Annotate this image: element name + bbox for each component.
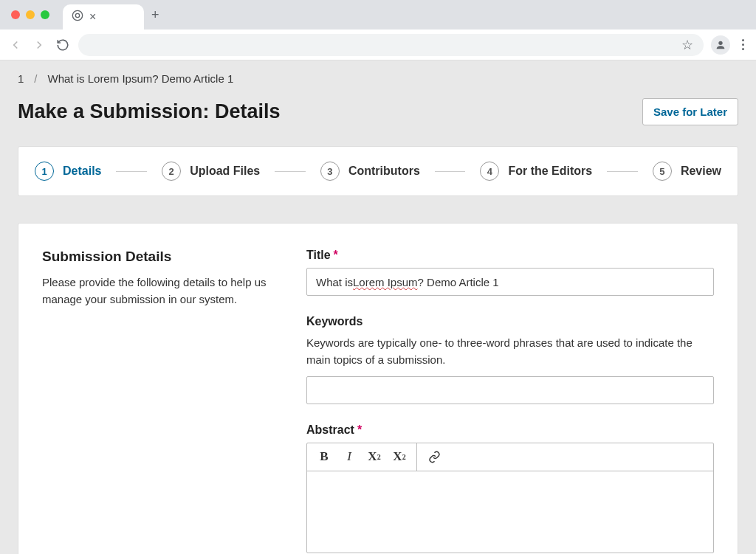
new-tab-button[interactable]: + xyxy=(151,7,159,23)
step-upload-files[interactable]: 2 Upload Files xyxy=(162,162,260,181)
keywords-help: Keywords are typically one- to three-wor… xyxy=(306,334,714,369)
toolbar-divider xyxy=(416,443,417,471)
step-connector xyxy=(116,171,147,172)
save-for-later-button[interactable]: Save for Later xyxy=(642,98,738,125)
bookmark-star-icon[interactable]: ☆ xyxy=(681,37,693,53)
svg-point-0 xyxy=(72,10,82,20)
rte-toolbar: B I X2 X2 xyxy=(307,443,713,471)
italic-button[interactable]: I xyxy=(337,446,362,468)
breadcrumb-step[interactable]: 1 xyxy=(18,72,24,85)
browser-menu-icon[interactable] xyxy=(738,39,749,50)
forward-icon[interactable] xyxy=(31,37,47,53)
breadcrumb: 1 / What is Lorem Ipsum? Demo Article 1 xyxy=(18,68,738,98)
svg-point-2 xyxy=(718,41,722,44)
step-contributors[interactable]: 3 Contributors xyxy=(320,162,420,181)
profile-avatar[interactable] xyxy=(711,35,730,55)
step-connector xyxy=(607,171,638,172)
abstract-textarea[interactable] xyxy=(307,471,713,553)
page-title: Make a Submission: Details xyxy=(18,100,281,123)
address-bar[interactable]: ☆ xyxy=(78,34,704,56)
required-asterisk: * xyxy=(334,249,338,261)
browser-tab-strip: × + xyxy=(0,0,756,30)
window-controls xyxy=(0,10,49,19)
page-body: 1 / What is Lorem Ipsum? Demo Article 1 … xyxy=(0,60,756,554)
back-icon[interactable] xyxy=(7,37,24,53)
abstract-label: Abstract* xyxy=(306,423,714,437)
subscript-button[interactable]: X2 xyxy=(387,446,412,468)
browser-tab[interactable]: × xyxy=(63,4,144,30)
window-close[interactable] xyxy=(11,10,20,19)
tab-close-icon[interactable]: × xyxy=(89,10,96,24)
required-asterisk: * xyxy=(357,423,362,436)
link-button[interactable] xyxy=(422,446,447,468)
keywords-label: Keywords xyxy=(306,315,714,328)
step-details[interactable]: 1 Details xyxy=(35,162,101,181)
submission-details-card: Submission Details Please provide the fo… xyxy=(18,223,738,554)
chrome-logo-icon xyxy=(72,10,83,24)
breadcrumb-title[interactable]: What is Lorem Ipsum? Demo Article 1 xyxy=(48,72,234,85)
browser-toolbar: ☆ xyxy=(0,30,756,60)
step-connector xyxy=(275,171,306,172)
reload-icon[interactable] xyxy=(55,37,71,53)
svg-point-1 xyxy=(75,13,79,17)
keywords-input[interactable] xyxy=(306,376,714,404)
breadcrumb-separator: / xyxy=(34,72,37,85)
abstract-editor: B I X2 X2 xyxy=(306,443,714,553)
step-for-the-editors[interactable]: 4 For the Editors xyxy=(480,162,592,181)
section-title: Submission Details xyxy=(42,249,271,265)
window-maximize[interactable] xyxy=(41,10,49,19)
step-connector xyxy=(435,171,466,172)
wizard-stepper: 1 Details 2 Upload Files 3 Contributors … xyxy=(18,146,738,196)
section-description: Please provide the following details to … xyxy=(42,274,271,308)
bold-button[interactable]: B xyxy=(312,446,337,468)
title-label: Title* xyxy=(306,249,714,262)
step-review[interactable]: 5 Review xyxy=(653,162,721,181)
superscript-button[interactable]: X2 xyxy=(362,446,387,468)
window-minimize[interactable] xyxy=(26,10,35,19)
title-input[interactable]: What is Lorem Ipsum? Demo Article 1 xyxy=(306,268,714,296)
